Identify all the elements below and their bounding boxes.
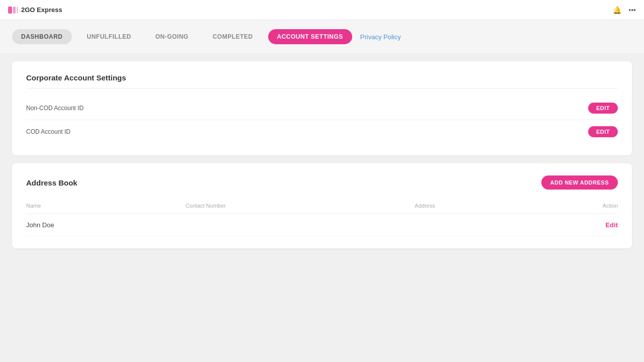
tab-unfulfilled[interactable]: UNFULFILLED <box>78 29 140 44</box>
cod-edit-button[interactable]: EDIT <box>588 126 618 137</box>
address-book-title: Address Book <box>26 178 77 187</box>
main-content: Corporate Account Settings Non-COD Accou… <box>0 53 644 256</box>
row-address <box>415 214 530 236</box>
add-new-address-button[interactable]: ADD NEW ADDRESS <box>541 175 618 190</box>
cod-row: COD Account ID EDIT <box>26 120 618 143</box>
svg-rect-2 <box>17 7 18 14</box>
tab-dashboard[interactable]: DASHBOARD <box>12 29 72 44</box>
notification-icon[interactable]: 🔔 <box>613 6 621 14</box>
corporate-settings-title: Corporate Account Settings <box>26 73 618 88</box>
non-cod-edit-button[interactable]: EDIT <box>588 103 618 114</box>
row-contact <box>186 214 415 236</box>
non-cod-label: Non-COD Account ID <box>26 105 84 112</box>
tab-on-going[interactable]: ON-GOING <box>146 29 198 44</box>
privacy-policy-link[interactable]: Privacy Policy <box>360 33 401 41</box>
topbar-actions: 🔔 ••• <box>613 6 636 14</box>
nav: DASHBOARD UNFULFILLED ON-GOING COMPLETED… <box>0 20 644 53</box>
tab-account-settings[interactable]: ACCOUNT SETTINGS <box>268 29 352 44</box>
col-action: Action <box>530 200 618 214</box>
row-name: John Doe <box>26 214 186 236</box>
corporate-settings-card: Corporate Account Settings Non-COD Accou… <box>12 61 632 155</box>
address-table: Name Contact Number Address Action John … <box>26 200 618 236</box>
svg-rect-1 <box>13 7 16 14</box>
logo-icon <box>8 7 18 14</box>
table-row: John Doe Edit <box>26 214 618 236</box>
table-header-row: Name Contact Number Address Action <box>26 200 618 214</box>
topbar: 2GO Express 🔔 ••• <box>0 0 644 20</box>
address-book-card: Address Book ADD NEW ADDRESS Name Contac… <box>12 163 632 248</box>
address-book-header: Address Book ADD NEW ADDRESS <box>26 175 618 190</box>
col-contact: Contact Number <box>186 200 415 214</box>
non-cod-row: Non-COD Account ID EDIT <box>26 97 618 120</box>
row-edit-button[interactable]: Edit <box>605 221 618 229</box>
col-address: Address <box>415 200 530 214</box>
svg-rect-0 <box>8 7 12 14</box>
more-icon[interactable]: ••• <box>628 6 636 14</box>
tab-completed[interactable]: COMPLETED <box>204 29 262 44</box>
col-name: Name <box>26 200 186 214</box>
row-action-cell: Edit <box>530 214 618 236</box>
app-name: 2GO Express <box>21 6 62 14</box>
cod-label: COD Account ID <box>26 128 70 135</box>
topbar-brand: 2GO Express <box>8 6 62 14</box>
